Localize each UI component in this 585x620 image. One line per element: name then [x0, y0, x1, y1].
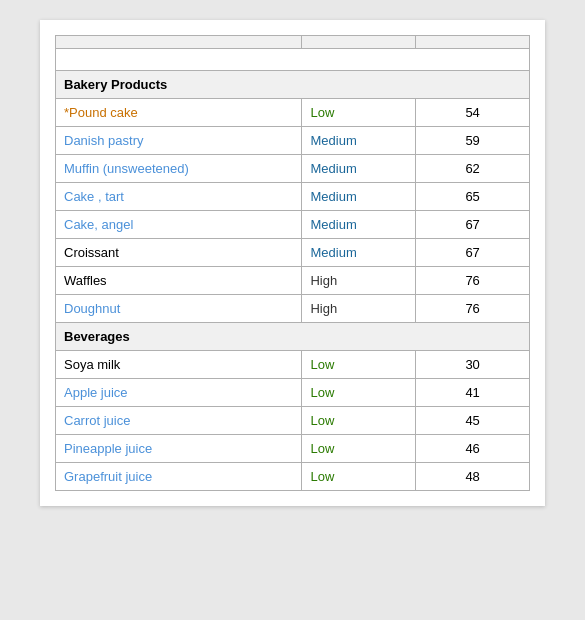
food-link[interactable]: Doughnut	[64, 301, 120, 316]
gi-cell: 67	[416, 211, 530, 239]
section-header-label: Bakery Products	[56, 71, 530, 99]
rating-value: Medium	[310, 189, 356, 204]
food-link[interactable]: Danish pastry	[64, 133, 143, 148]
gi-cell: 76	[416, 267, 530, 295]
section-header-row: Beverages	[56, 323, 530, 351]
food-link[interactable]: Carrot juice	[64, 413, 130, 428]
rating-cell: Low	[302, 463, 416, 491]
rating-value: Low	[310, 469, 334, 484]
rating-value: Low	[310, 413, 334, 428]
gi-cell: 59	[416, 127, 530, 155]
food-cell: Cake, angel	[56, 211, 302, 239]
gi-cell: 65	[416, 183, 530, 211]
rating-cell: Low	[302, 407, 416, 435]
food-cell: Grapefruit juice	[56, 463, 302, 491]
table-row: Muffin (unsweetened)Medium62	[56, 155, 530, 183]
table-row: Soya milkLow30	[56, 351, 530, 379]
table-row: Pineapple juiceLow46	[56, 435, 530, 463]
gi-cell: 67	[416, 239, 530, 267]
food-table: Bakery Products*Pound cakeLow54Danish pa…	[55, 35, 530, 491]
gi-cell: 30	[416, 351, 530, 379]
gi-cell: 76	[416, 295, 530, 323]
food-link[interactable]: Grapefruit juice	[64, 469, 152, 484]
table-row: Danish pastryMedium59	[56, 127, 530, 155]
rating-cell: Medium	[302, 127, 416, 155]
table-row: Cake, angelMedium67	[56, 211, 530, 239]
page-container: Bakery Products*Pound cakeLow54Danish pa…	[40, 20, 545, 506]
table-row: Carrot juiceLow45	[56, 407, 530, 435]
rating-cell: Low	[302, 435, 416, 463]
food-link[interactable]: Cake , tart	[64, 189, 124, 204]
food-cell: Muffin (unsweetened)	[56, 155, 302, 183]
header-gi	[416, 36, 530, 49]
rating-cell: Medium	[302, 155, 416, 183]
table-row: Cake , tartMedium65	[56, 183, 530, 211]
section-header-row: Bakery Products	[56, 71, 530, 99]
rating-cell: Low	[302, 379, 416, 407]
food-cell: Carrot juice	[56, 407, 302, 435]
search-cell	[56, 49, 530, 71]
rating-value: Low	[310, 105, 334, 120]
table-row: WafflesHigh76	[56, 267, 530, 295]
rating-cell: Low	[302, 351, 416, 379]
rating-value: High	[310, 273, 337, 288]
rating-cell: Low	[302, 99, 416, 127]
header-rating	[302, 36, 416, 49]
gi-cell: 46	[416, 435, 530, 463]
rating-cell: Medium	[302, 183, 416, 211]
food-link[interactable]: Muffin (unsweetened)	[64, 161, 189, 176]
rating-cell: Medium	[302, 211, 416, 239]
rating-cell: Medium	[302, 239, 416, 267]
rating-value: Low	[310, 441, 334, 456]
rating-value: Low	[310, 385, 334, 400]
food-cell: Apple juice	[56, 379, 302, 407]
table-row: *Pound cakeLow54	[56, 99, 530, 127]
rating-value: Medium	[310, 133, 356, 148]
food-cell: Cake , tart	[56, 183, 302, 211]
gi-cell: 54	[416, 99, 530, 127]
rating-value: Medium	[310, 217, 356, 232]
rating-value: Medium	[310, 245, 356, 260]
table-row: Grapefruit juiceLow48	[56, 463, 530, 491]
table-row: CroissantMedium67	[56, 239, 530, 267]
rating-cell: High	[302, 267, 416, 295]
food-cell: Waffles	[56, 267, 302, 295]
food-link[interactable]: Cake, angel	[64, 217, 133, 232]
gi-cell: 41	[416, 379, 530, 407]
table-row: DoughnutHigh76	[56, 295, 530, 323]
food-cell: Pineapple juice	[56, 435, 302, 463]
search-row	[56, 49, 530, 71]
food-link[interactable]: Pineapple juice	[64, 441, 152, 456]
gi-cell: 45	[416, 407, 530, 435]
gi-cell: 48	[416, 463, 530, 491]
food-cell: *Pound cake	[56, 99, 302, 127]
food-cell: Doughnut	[56, 295, 302, 323]
rating-cell: High	[302, 295, 416, 323]
food-cell: Soya milk	[56, 351, 302, 379]
header-food-list	[56, 36, 302, 49]
food-link[interactable]: Apple juice	[64, 385, 128, 400]
food-cell: Danish pastry	[56, 127, 302, 155]
section-header-label: Beverages	[56, 323, 530, 351]
rating-value: Low	[310, 357, 334, 372]
gi-cell: 62	[416, 155, 530, 183]
food-cell: Croissant	[56, 239, 302, 267]
food-link[interactable]: *Pound cake	[64, 105, 138, 120]
rating-value: High	[310, 301, 337, 316]
table-row: Apple juiceLow41	[56, 379, 530, 407]
rating-value: Medium	[310, 161, 356, 176]
